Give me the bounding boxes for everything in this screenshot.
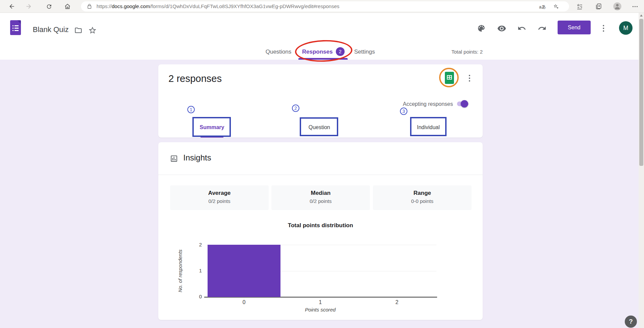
stat-median: Median 0/2 points bbox=[271, 185, 370, 210]
y-tick: 2 bbox=[187, 242, 202, 247]
stat-range: Range 0-0 points bbox=[373, 185, 472, 210]
sheets-icon bbox=[445, 72, 454, 84]
move-folder-icon[interactable] bbox=[73, 25, 84, 36]
preview-eye-button[interactable] bbox=[496, 23, 507, 34]
chart-title: Total points distribution bbox=[158, 222, 483, 229]
lock-icon[interactable] bbox=[87, 4, 92, 9]
tab-responses[interactable]: Responses bbox=[302, 48, 332, 56]
insights-divider bbox=[158, 175, 483, 175]
x-tick: 2 bbox=[390, 299, 404, 305]
x-tick: 1 bbox=[313, 299, 328, 305]
stat-label: Range bbox=[373, 190, 472, 197]
chart-plot bbox=[207, 245, 436, 297]
url-domain: docs.google.com bbox=[112, 3, 150, 9]
tab-questions[interactable]: Questions bbox=[263, 48, 294, 56]
insights-title: Insights bbox=[183, 153, 211, 162]
forward-icon bbox=[25, 3, 32, 10]
responses-count-badge: 2 bbox=[336, 47, 345, 56]
insights-chart-icon bbox=[170, 154, 178, 163]
favorites-bar-icon[interactable] bbox=[574, 1, 585, 12]
star-icon[interactable] bbox=[87, 25, 98, 36]
view-tab-individual[interactable]: Individual bbox=[411, 124, 445, 130]
forms-logo[interactable] bbox=[10, 20, 21, 35]
stat-value: 0-0 points bbox=[373, 198, 472, 204]
toggle-thumb bbox=[461, 100, 468, 108]
scrollbar[interactable] bbox=[639, 13, 644, 328]
undo-button[interactable] bbox=[516, 23, 527, 34]
profile-avatar[interactable] bbox=[612, 1, 623, 12]
url-path: /forms/d/1QwhDxVduLFqFTwLo8SJ9XYfhfOX3aG… bbox=[150, 3, 339, 9]
responses-more-menu[interactable] bbox=[465, 72, 474, 84]
tab-settings[interactable]: Settings bbox=[352, 48, 377, 56]
account-avatar[interactable]: M bbox=[619, 21, 633, 35]
url-bar[interactable]: https://docs.google.com/forms/d/1QwhDxVd… bbox=[81, 1, 569, 11]
refresh-button[interactable] bbox=[43, 1, 55, 12]
redo-button[interactable] bbox=[537, 23, 547, 34]
url-scheme: https:// bbox=[97, 3, 112, 9]
y-tick: 1 bbox=[187, 268, 202, 273]
forward-button[interactable] bbox=[23, 1, 34, 12]
accepting-responses-toggle[interactable] bbox=[457, 99, 473, 108]
accepting-responses-label: Accepting responses bbox=[371, 101, 453, 107]
chart-bar bbox=[208, 245, 280, 297]
browser-toolbar: https://docs.google.com/forms/d/1QwhDxVd… bbox=[0, 0, 644, 13]
form-title[interactable]: Blank Quiz bbox=[33, 25, 69, 34]
help-button[interactable]: ? bbox=[625, 316, 637, 328]
view-tab-summary[interactable]: Summary bbox=[195, 124, 229, 130]
browser-more-menu[interactable] bbox=[629, 1, 641, 12]
collections-icon[interactable] bbox=[593, 1, 604, 12]
responses-card: 2 responses Accepting responses Summary … bbox=[158, 64, 483, 138]
back-button[interactable] bbox=[6, 1, 18, 12]
header-more-menu[interactable] bbox=[598, 23, 609, 34]
translate-icon[interactable]: aあ bbox=[538, 3, 547, 10]
x-tick: 0 bbox=[237, 299, 251, 305]
send-button[interactable]: Send bbox=[558, 21, 591, 34]
refresh-icon bbox=[46, 3, 52, 10]
logo-fold bbox=[17, 20, 21, 24]
view-tab-question[interactable]: Question bbox=[302, 124, 336, 130]
chart-y-axis-label: No. of respondents bbox=[177, 245, 184, 297]
stat-value: 0/2 points bbox=[271, 198, 370, 204]
stat-average: Average 0/2 points bbox=[170, 185, 269, 210]
add-favorite-icon[interactable] bbox=[552, 3, 560, 10]
url-text: https://docs.google.com/forms/d/1QwhDxVd… bbox=[97, 1, 340, 11]
stat-label: Median bbox=[271, 190, 370, 197]
back-icon bbox=[8, 3, 15, 10]
chart-x-axis-label: Points scored bbox=[287, 307, 354, 312]
scrollbar-up-arrow[interactable] bbox=[640, 14, 643, 17]
y-tick: 0 bbox=[187, 294, 202, 299]
home-icon bbox=[64, 3, 71, 10]
active-tab-underline bbox=[298, 58, 348, 60]
stat-label: Average bbox=[170, 190, 269, 197]
summary-tab-underline bbox=[200, 136, 223, 138]
responses-heading: 2 responses bbox=[168, 73, 222, 84]
view-in-sheets-button[interactable] bbox=[445, 72, 454, 84]
scrollbar-thumb[interactable] bbox=[639, 19, 643, 166]
stat-value: 0/2 points bbox=[170, 198, 269, 204]
total-points-label: Total points: 2 bbox=[442, 49, 483, 55]
home-button[interactable] bbox=[62, 1, 73, 12]
theme-palette-button[interactable] bbox=[476, 23, 487, 34]
insights-card: Insights Average 0/2 points Median 0/2 p… bbox=[158, 142, 483, 320]
